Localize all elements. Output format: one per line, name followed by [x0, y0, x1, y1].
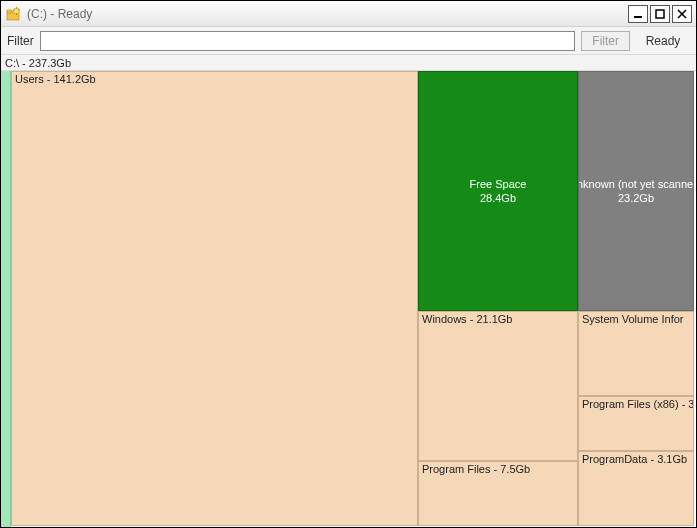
svg-rect-3: [13, 9, 15, 10]
cell-label: Unknown (not yet scanned) 23.2Gb: [578, 177, 694, 206]
status-text: Ready: [636, 34, 690, 48]
cell-size: 23.2Gb: [578, 191, 694, 205]
filter-input[interactable]: [40, 31, 576, 51]
treemap-cell-program-files-x86[interactable]: Program Files (x86) - 3: [578, 396, 694, 451]
filter-toolbar: Filter Filter Ready: [1, 27, 696, 55]
breadcrumb[interactable]: C:\ - 237.3Gb: [1, 55, 696, 71]
maximize-button[interactable]: [650, 5, 670, 23]
treemap-gutter: [1, 71, 11, 527]
treemap-cell-users[interactable]: Users - 141.2Gb: [11, 71, 418, 526]
cell-label: Users - 141.2Gb: [15, 73, 96, 85]
treemap-cell-programdata[interactable]: ProgramData - 3.1Gb: [578, 451, 694, 526]
treemap: Users - 141.2Gb Free Space 28.4Gb Unknow…: [1, 71, 696, 527]
cell-size: 28.4Gb: [470, 191, 527, 205]
treemap-cell-system-volume[interactable]: System Volume Infor: [578, 311, 694, 396]
svg-rect-5: [16, 7, 17, 9]
cell-name: Free Space: [470, 177, 527, 191]
cell-name: Unknown (not yet scanned): [578, 177, 694, 191]
window-controls: [628, 5, 692, 23]
cell-label: Program Files (x86) - 3: [582, 398, 694, 410]
treemap-cell-unknown[interactable]: Unknown (not yet scanned) 23.2Gb: [578, 71, 694, 311]
treemap-cell-free-space[interactable]: Free Space 28.4Gb: [418, 71, 578, 311]
svg-rect-8: [656, 10, 664, 18]
cell-label: Windows - 21.1Gb: [422, 313, 512, 325]
svg-rect-6: [16, 13, 17, 15]
treemap-cell-windows[interactable]: Windows - 21.1Gb: [418, 311, 578, 461]
cell-label: System Volume Infor: [582, 313, 684, 325]
app-icon: [5, 6, 21, 22]
cell-label: Program Files - 7.5Gb: [422, 463, 530, 475]
svg-rect-7: [634, 16, 642, 18]
cell-label: Free Space 28.4Gb: [470, 177, 527, 206]
window-title: (C:) - Ready: [27, 7, 628, 21]
filter-label: Filter: [7, 34, 34, 48]
svg-rect-4: [18, 9, 20, 10]
svg-rect-1: [7, 10, 12, 13]
window: (C:) - Ready Filter Filter Ready C:\ - 2…: [0, 0, 697, 528]
close-button[interactable]: [672, 5, 692, 23]
treemap-cell-program-files[interactable]: Program Files - 7.5Gb: [418, 461, 578, 526]
cell-label: ProgramData - 3.1Gb: [582, 453, 687, 465]
minimize-button[interactable]: [628, 5, 648, 23]
titlebar: (C:) - Ready: [1, 1, 696, 27]
filter-button[interactable]: Filter: [581, 31, 630, 51]
